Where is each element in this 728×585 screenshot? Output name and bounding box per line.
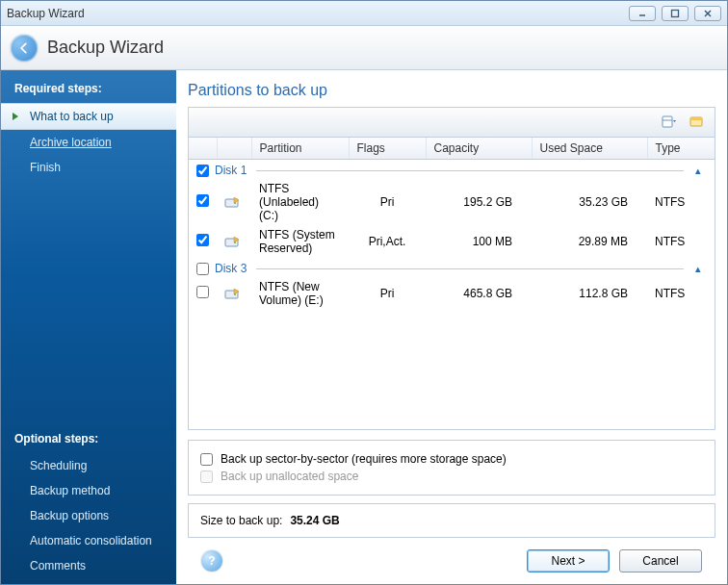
partition-toolbar — [188, 107, 715, 138]
sector-label: Back up sector-by-sector (requires more … — [221, 452, 507, 466]
step-label: Automatic consolidation — [30, 534, 152, 547]
disk-group-row: Disk 1▴ — [189, 160, 715, 180]
wizard-header: Backup Wizard — [1, 26, 727, 70]
unallocated-option: Back up unallocated space — [200, 468, 703, 485]
table-header-row: Partition Flags Capacity Used Space Type — [189, 138, 715, 160]
partition-row[interactable]: NTFS (System Reserved)Pri,Act.100 MB29.8… — [189, 225, 715, 258]
partition-flags: Pri,Act. — [349, 225, 426, 258]
drive-icon — [224, 286, 240, 301]
close-button[interactable] — [694, 6, 721, 21]
partitions-table: Partition Flags Capacity Used Space Type… — [189, 138, 715, 310]
step-label: Backup options — [30, 509, 109, 522]
divider — [256, 170, 684, 171]
svg-rect-7 — [690, 117, 702, 120]
disk-checkbox[interactable] — [196, 165, 209, 177]
window-controls — [629, 6, 721, 21]
partition-used: 29.89 MB — [532, 225, 647, 258]
svg-rect-1 — [672, 10, 679, 16]
cancel-button[interactable]: Cancel — [619, 549, 702, 572]
partition-checkbox[interactable] — [196, 234, 209, 246]
backup-options-box: Back up sector-by-sector (requires more … — [188, 440, 715, 496]
col-used[interactable]: Used Space — [532, 138, 647, 160]
step-label: Backup method — [30, 484, 110, 497]
minimize-button[interactable] — [629, 6, 656, 21]
partitions-grid: Partition Flags Capacity Used Space Type… — [188, 138, 715, 430]
step-label: Archive location — [30, 136, 112, 149]
step-comments[interactable]: Comments — [1, 553, 176, 578]
step-automatic-consolidation[interactable]: Automatic consolidation — [1, 528, 176, 553]
page-title: Partitions to back up — [188, 78, 715, 107]
size-label: Size to back up: — [200, 514, 282, 527]
sidebar: Required steps: What to back up Archive … — [1, 70, 176, 584]
disk-name: Disk 3 — [215, 262, 247, 275]
step-label: Scheduling — [30, 459, 87, 472]
required-steps-heading: Required steps: — [1, 76, 176, 103]
step-label: Finish — [30, 161, 61, 174]
col-capacity[interactable]: Capacity — [426, 138, 532, 160]
unallocated-label: Back up unallocated space — [221, 470, 358, 483]
sector-checkbox[interactable] — [200, 453, 213, 466]
partition-name: NTFS (New Volume) (E:) — [251, 277, 349, 310]
disk-group-row: Disk 3▴ — [189, 258, 715, 277]
step-scheduling[interactable]: Scheduling — [1, 453, 176, 478]
wizard-body: Required steps: What to back up Archive … — [1, 70, 727, 584]
optional-steps-heading: Optional steps: — [1, 426, 176, 453]
partition-row[interactable]: NTFS (Unlabeled) (C:)Pri195.2 GB35.23 GB… — [189, 179, 715, 225]
size-summary: Size to back up: 35.24 GB — [188, 503, 715, 538]
step-label: Comments — [30, 559, 86, 572]
disk-checkbox[interactable] — [196, 263, 209, 275]
partition-flags: Pri — [349, 277, 426, 310]
maximize-button[interactable] — [662, 6, 689, 21]
step-backup-method[interactable]: Backup method — [1, 478, 176, 503]
col-partition[interactable]: Partition — [251, 138, 349, 160]
step-finish[interactable]: Finish — [1, 155, 176, 180]
partition-used: 112.8 GB — [532, 277, 647, 310]
collapse-icon[interactable]: ▴ — [689, 165, 707, 177]
partition-checkbox[interactable] — [196, 286, 209, 298]
divider — [256, 268, 684, 269]
unallocated-checkbox — [200, 471, 213, 483]
step-what-to-back-up[interactable]: What to back up — [1, 103, 176, 130]
col-flags[interactable]: Flags — [349, 138, 426, 160]
back-button[interactable] — [11, 35, 38, 62]
drive-icon — [224, 194, 240, 210]
partition-checkbox[interactable] — [196, 194, 209, 207]
partition-row[interactable]: NTFS (New Volume) (E:)Pri465.8 GB112.8 G… — [189, 277, 715, 310]
refresh-button[interactable] — [686, 112, 707, 133]
size-value: 35.24 GB — [290, 514, 339, 527]
partition-name: NTFS (Unlabeled) (C:) — [251, 179, 349, 225]
col-type[interactable]: Type — [647, 138, 715, 160]
partition-capacity: 100 MB — [426, 225, 532, 258]
window-title: Backup Wizard — [7, 7, 85, 20]
collapse-icon[interactable]: ▴ — [689, 263, 707, 275]
step-archive-location[interactable]: Archive location — [1, 130, 176, 155]
wizard-footer: ? Next > Cancel — [188, 538, 715, 584]
wizard-title: Backup Wizard — [47, 38, 164, 58]
next-button[interactable]: Next > — [527, 549, 610, 572]
partition-type: NTFS — [647, 277, 715, 310]
partition-type: NTFS — [647, 225, 715, 258]
backup-wizard-window: Backup Wizard Backup Wizard Required ste… — [0, 0, 728, 585]
sector-by-sector-option[interactable]: Back up sector-by-sector (requires more … — [200, 450, 703, 468]
partition-capacity: 465.8 GB — [426, 277, 532, 310]
drive-icon — [224, 234, 240, 249]
help-button[interactable]: ? — [201, 550, 222, 572]
step-label: What to back up — [30, 110, 114, 123]
partition-name: NTFS (System Reserved) — [251, 225, 349, 258]
partition-type: NTFS — [647, 179, 715, 225]
svg-rect-4 — [663, 116, 672, 127]
titlebar: Backup Wizard — [1, 1, 727, 26]
partition-capacity: 195.2 GB — [426, 179, 532, 225]
partition-used: 35.23 GB — [532, 179, 647, 225]
columns-button[interactable] — [659, 112, 680, 133]
disk-name: Disk 1 — [215, 164, 247, 177]
partition-flags: Pri — [349, 179, 426, 225]
main-panel: Partitions to back up Partition — [176, 70, 727, 584]
step-backup-options[interactable]: Backup options — [1, 503, 176, 528]
